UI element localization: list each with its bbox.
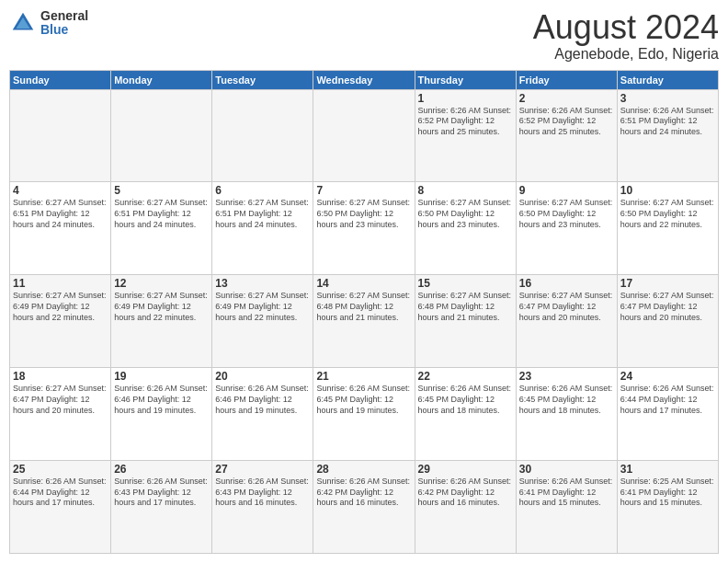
cell-info: Sunrise: 6:27 AM Sunset: 6:50 PM Dayligh… — [519, 198, 614, 230]
cell-w0-d2 — [212, 89, 313, 182]
cell-w2-d0: 11Sunrise: 6:27 AM Sunset: 6:49 PM Dayli… — [10, 275, 111, 368]
cell-info: Sunrise: 6:26 AM Sunset: 6:41 PM Dayligh… — [519, 477, 614, 509]
cell-w1-d4: 8Sunrise: 6:27 AM Sunset: 6:50 PM Daylig… — [415, 182, 516, 275]
day-number: 30 — [519, 463, 614, 476]
day-number: 27 — [215, 463, 310, 476]
day-number: 24 — [620, 370, 715, 383]
day-number: 15 — [418, 277, 513, 290]
day-number: 25 — [13, 463, 108, 476]
day-number: 22 — [418, 370, 513, 383]
day-number: 14 — [316, 277, 411, 290]
day-number: 19 — [114, 370, 209, 383]
cell-info: Sunrise: 6:27 AM Sunset: 6:48 PM Dayligh… — [418, 291, 513, 323]
header-monday: Monday — [111, 70, 212, 89]
day-number: 16 — [519, 277, 614, 290]
cell-info: Sunrise: 6:27 AM Sunset: 6:47 PM Dayligh… — [519, 291, 614, 323]
cell-info: Sunrise: 6:26 AM Sunset: 6:44 PM Dayligh… — [620, 384, 715, 416]
cell-w3-d0: 18Sunrise: 6:27 AM Sunset: 6:47 PM Dayli… — [10, 368, 111, 461]
cell-info: Sunrise: 6:27 AM Sunset: 6:49 PM Dayligh… — [114, 291, 209, 323]
cell-info: Sunrise: 6:26 AM Sunset: 6:45 PM Dayligh… — [418, 384, 513, 416]
logo-blue-text: Blue — [40, 23, 88, 37]
day-number: 8 — [418, 184, 513, 197]
cell-w4-d5: 30Sunrise: 6:26 AM Sunset: 6:41 PM Dayli… — [516, 461, 617, 554]
cell-w1-d3: 7Sunrise: 6:27 AM Sunset: 6:50 PM Daylig… — [313, 182, 415, 275]
logo-text: General Blue — [40, 9, 88, 38]
day-number: 29 — [418, 463, 513, 476]
cell-w1-d6: 10Sunrise: 6:27 AM Sunset: 6:50 PM Dayli… — [617, 182, 718, 275]
cell-w0-d6: 3Sunrise: 6:26 AM Sunset: 6:51 PM Daylig… — [617, 89, 718, 182]
cell-w4-d3: 28Sunrise: 6:26 AM Sunset: 6:42 PM Dayli… — [313, 461, 415, 554]
day-number: 6 — [215, 184, 310, 197]
cell-info: Sunrise: 6:26 AM Sunset: 6:44 PM Dayligh… — [13, 477, 108, 509]
cell-info: Sunrise: 6:26 AM Sunset: 6:46 PM Dayligh… — [114, 384, 209, 416]
cell-info: Sunrise: 6:27 AM Sunset: 6:50 PM Dayligh… — [316, 198, 411, 230]
day-number: 5 — [114, 184, 209, 197]
logo-general-text: General — [40, 9, 88, 23]
header-row: Sunday Monday Tuesday Wednesday Thursday… — [10, 70, 719, 89]
header-friday: Friday — [516, 70, 617, 89]
cell-info: Sunrise: 6:27 AM Sunset: 6:49 PM Dayligh… — [13, 291, 108, 323]
cell-w4-d6: 31Sunrise: 6:25 AM Sunset: 6:41 PM Dayli… — [617, 461, 718, 554]
cell-w2-d4: 15Sunrise: 6:27 AM Sunset: 6:48 PM Dayli… — [415, 275, 516, 368]
header-saturday: Saturday — [617, 70, 718, 89]
cell-w3-d5: 23Sunrise: 6:26 AM Sunset: 6:45 PM Dayli… — [516, 368, 617, 461]
cell-w0-d5: 2Sunrise: 6:26 AM Sunset: 6:52 PM Daylig… — [516, 89, 617, 182]
cell-w1-d0: 4Sunrise: 6:27 AM Sunset: 6:51 PM Daylig… — [10, 182, 111, 275]
day-number: 31 — [620, 463, 715, 476]
day-number: 26 — [114, 463, 209, 476]
cell-w4-d1: 26Sunrise: 6:26 AM Sunset: 6:43 PM Dayli… — [111, 461, 212, 554]
main-title: August 2024 — [533, 9, 719, 46]
cell-w1-d1: 5Sunrise: 6:27 AM Sunset: 6:51 PM Daylig… — [111, 182, 212, 275]
header: General Blue August 2024 Agenebode, Edo,… — [9, 9, 719, 63]
cell-info: Sunrise: 6:26 AM Sunset: 6:45 PM Dayligh… — [519, 384, 614, 416]
header-thursday: Thursday — [415, 70, 516, 89]
header-sunday: Sunday — [10, 70, 111, 89]
week-row-4: 25Sunrise: 6:26 AM Sunset: 6:44 PM Dayli… — [10, 461, 719, 554]
cell-info: Sunrise: 6:26 AM Sunset: 6:42 PM Dayligh… — [316, 477, 411, 509]
cell-info: Sunrise: 6:27 AM Sunset: 6:47 PM Dayligh… — [620, 291, 715, 323]
header-wednesday: Wednesday — [313, 70, 415, 89]
cell-w4-d0: 25Sunrise: 6:26 AM Sunset: 6:44 PM Dayli… — [10, 461, 111, 554]
cell-w2-d1: 12Sunrise: 6:27 AM Sunset: 6:49 PM Dayli… — [111, 275, 212, 368]
cell-w0-d1 — [111, 89, 212, 182]
cell-w3-d3: 21Sunrise: 6:26 AM Sunset: 6:45 PM Dayli… — [313, 368, 415, 461]
cell-info: Sunrise: 6:26 AM Sunset: 6:43 PM Dayligh… — [215, 477, 310, 509]
day-number: 3 — [620, 92, 715, 105]
cell-info: Sunrise: 6:27 AM Sunset: 6:51 PM Dayligh… — [13, 198, 108, 230]
day-number: 28 — [316, 463, 411, 476]
cell-w3-d4: 22Sunrise: 6:26 AM Sunset: 6:45 PM Dayli… — [415, 368, 516, 461]
cell-w1-d5: 9Sunrise: 6:27 AM Sunset: 6:50 PM Daylig… — [516, 182, 617, 275]
week-row-2: 11Sunrise: 6:27 AM Sunset: 6:49 PM Dayli… — [10, 275, 719, 368]
cell-w4-d2: 27Sunrise: 6:26 AM Sunset: 6:43 PM Dayli… — [212, 461, 313, 554]
cell-info: Sunrise: 6:27 AM Sunset: 6:47 PM Dayligh… — [13, 384, 108, 416]
cell-info: Sunrise: 6:26 AM Sunset: 6:45 PM Dayligh… — [316, 384, 411, 416]
subtitle: Agenebode, Edo, Nigeria — [533, 46, 719, 63]
cell-info: Sunrise: 6:26 AM Sunset: 6:42 PM Dayligh… — [418, 477, 513, 509]
title-block: August 2024 Agenebode, Edo, Nigeria — [533, 9, 719, 63]
cell-info: Sunrise: 6:27 AM Sunset: 6:48 PM Dayligh… — [316, 291, 411, 323]
cell-w2-d5: 16Sunrise: 6:27 AM Sunset: 6:47 PM Dayli… — [516, 275, 617, 368]
cell-info: Sunrise: 6:26 AM Sunset: 6:51 PM Dayligh… — [620, 106, 715, 138]
day-number: 7 — [316, 184, 411, 197]
cell-info: Sunrise: 6:26 AM Sunset: 6:52 PM Dayligh… — [519, 106, 614, 138]
header-tuesday: Tuesday — [212, 70, 313, 89]
day-number: 12 — [114, 277, 209, 290]
day-number: 4 — [13, 184, 108, 197]
day-number: 18 — [13, 370, 108, 383]
cell-w3-d1: 19Sunrise: 6:26 AM Sunset: 6:46 PM Dayli… — [111, 368, 212, 461]
day-number: 17 — [620, 277, 715, 290]
day-number: 13 — [215, 277, 310, 290]
week-row-3: 18Sunrise: 6:27 AM Sunset: 6:47 PM Dayli… — [10, 368, 719, 461]
week-row-0: 1Sunrise: 6:26 AM Sunset: 6:52 PM Daylig… — [10, 89, 719, 182]
day-number: 2 — [519, 92, 614, 105]
cell-info: Sunrise: 6:27 AM Sunset: 6:49 PM Dayligh… — [215, 291, 310, 323]
week-row-1: 4Sunrise: 6:27 AM Sunset: 6:51 PM Daylig… — [10, 182, 719, 275]
cell-w0-d0 — [10, 89, 111, 182]
cell-info: Sunrise: 6:27 AM Sunset: 6:50 PM Dayligh… — [418, 198, 513, 230]
day-number: 9 — [519, 184, 614, 197]
day-number: 20 — [215, 370, 310, 383]
cell-w1-d2: 6Sunrise: 6:27 AM Sunset: 6:51 PM Daylig… — [212, 182, 313, 275]
logo: General Blue — [9, 9, 88, 38]
day-number: 1 — [418, 92, 513, 105]
calendar-table: Sunday Monday Tuesday Wednesday Thursday… — [9, 70, 719, 554]
